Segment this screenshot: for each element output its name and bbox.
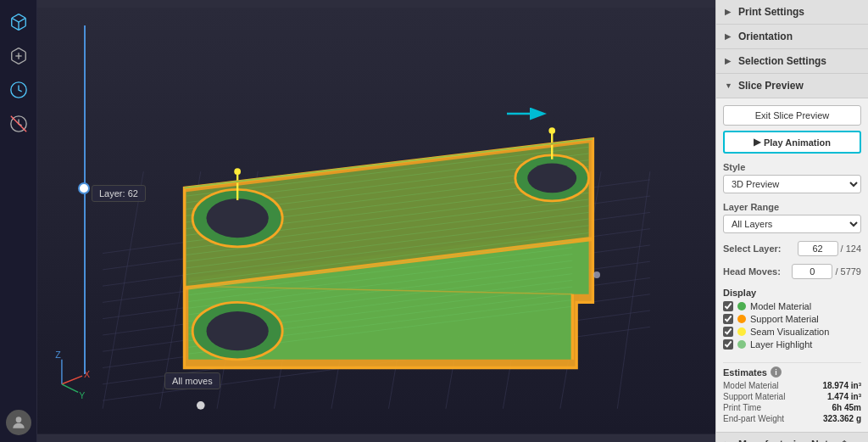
support-material-dot — [737, 315, 746, 323]
display-section: Display Model Material Support Material … — [723, 288, 861, 352]
play-arrow-indicator — [507, 104, 549, 124]
sidebar-bottom — [6, 410, 31, 442]
display-support-checkbox[interactable] — [723, 314, 733, 324]
selection-settings-chevron: ▶ — [725, 57, 733, 65]
model-material-label: Model Material — [750, 301, 811, 311]
svg-point-67 — [207, 199, 269, 238]
svg-point-6 — [15, 417, 21, 422]
layer-highlight-label: Layer Highlight — [750, 339, 812, 350]
svg-point-75 — [548, 127, 555, 134]
manufacturing-label: Manufacturing Notes * — [738, 439, 846, 442]
select-layer-input[interactable] — [798, 241, 838, 256]
manufacturing-header[interactable]: ▶ Manufacturing Notes * — [716, 433, 868, 442]
orientation-header[interactable]: ▶ Orientation — [716, 25, 868, 49]
sidebar-icon-add[interactable] — [3, 41, 34, 71]
estimate-support-key: Support Material — [723, 392, 785, 401]
estimate-print-time: Print Time 6h 45m — [723, 403, 861, 412]
user-avatar[interactable] — [6, 410, 31, 435]
slice-preview-section: ▼ Slice Preview Exit Slice Preview ▶ Pla… — [716, 74, 868, 432]
display-item-layer: Layer Highlight — [723, 339, 861, 350]
support-material-label: Support Material — [750, 314, 819, 324]
display-title: Display — [723, 288, 861, 298]
head-moves-label: Head Moves: — [723, 266, 781, 277]
select-layer-max: / 124 — [841, 243, 861, 254]
svg-point-69 — [527, 164, 576, 193]
estimate-weight: End-part Weight 323.362 g — [723, 414, 861, 423]
select-layer-label: Select Layer: — [723, 243, 781, 254]
display-item-support: Support Material — [723, 314, 861, 324]
viewport[interactable]: Z X Y Layer: 62 All moves — [37, 0, 715, 442]
sidebar-icon-time[interactable] — [3, 109, 34, 139]
layer-range-field-group: Layer Range All Layers Custom — [723, 202, 861, 233]
display-seam-checkbox[interactable] — [723, 327, 733, 337]
print-settings-header[interactable]: ▶ Print Settings — [716, 0, 868, 25]
head-moves-input[interactable] — [792, 264, 832, 279]
estimate-support-val: 1.474 in³ — [827, 392, 861, 401]
style-field-group: Style 3D Preview 2D Preview Solid — [723, 162, 861, 193]
svg-text:Z: Z — [55, 350, 61, 360]
slice-preview-header[interactable]: ▼ Slice Preview — [716, 74, 868, 98]
all-moves-label: All moves — [164, 372, 220, 389]
layer-slider-line — [84, 25, 86, 374]
estimate-model-val: 18.974 in³ — [822, 381, 861, 390]
estimates-title: Estimates i — [723, 366, 861, 378]
slice-preview-content: Exit Slice Preview ▶ Play Animation Styl… — [716, 98, 868, 432]
estimate-weight-key: End-part Weight — [723, 414, 784, 423]
layer-range-label: Layer Range — [723, 202, 861, 212]
svg-point-84 — [197, 401, 205, 410]
head-moves-max: / 5779 — [835, 266, 861, 277]
sidebar-icon-clock[interactable] — [3, 75, 34, 105]
estimates-section: Estimates i Model Material 18.974 in³ Su… — [723, 362, 861, 425]
seam-viz-dot — [737, 327, 746, 336]
layer-indicator: Layer: 62 — [92, 185, 146, 202]
model-material-dot — [737, 302, 746, 311]
svg-point-71 — [207, 311, 269, 350]
right-panel: ▶ Print Settings ▶ Orientation ▶ Selecti… — [715, 0, 868, 442]
svg-point-73 — [234, 168, 241, 175]
selection-settings-header[interactable]: ▶ Selection Settings — [716, 49, 868, 74]
orientation-chevron: ▶ — [725, 32, 733, 41]
display-item-seam: Seam Visualization — [723, 327, 861, 337]
estimate-time-val: 6h 45m — [832, 403, 861, 412]
sidebar-icon-cube[interactable] — [3, 7, 34, 37]
cursor — [593, 271, 600, 278]
layer-range-select[interactable]: All Layers Custom — [723, 215, 861, 233]
estimates-info-icon[interactable]: i — [771, 366, 782, 378]
estimate-model-key: Model Material — [723, 381, 779, 390]
left-sidebar — [0, 0, 37, 442]
manufacturing-section: ▶ Manufacturing Notes * — [716, 432, 868, 442]
print-settings-chevron: ▶ — [725, 8, 733, 16]
select-layer-row: Select Layer: / 124 — [723, 241, 861, 256]
estimate-support-material: Support Material 1.474 in³ — [723, 392, 861, 401]
estimate-weight-val: 323.362 g — [823, 414, 861, 423]
display-layer-checkbox[interactable] — [723, 339, 733, 350]
style-select[interactable]: 3D Preview 2D Preview Solid — [723, 175, 861, 193]
exit-slice-preview-button[interactable]: Exit Slice Preview — [723, 105, 861, 126]
seam-viz-label: Seam Visualization — [750, 327, 829, 337]
head-moves-row: Head Moves: / 5779 — [723, 264, 861, 279]
estimate-time-key: Print Time — [723, 403, 761, 412]
estimate-model-material: Model Material 18.974 in³ — [723, 381, 861, 390]
display-model-checkbox[interactable] — [723, 301, 733, 311]
display-item-model: Model Material — [723, 301, 861, 311]
layer-highlight-dot — [737, 340, 746, 349]
style-label: Style — [723, 162, 861, 172]
slice-preview-chevron: ▼ — [725, 81, 733, 90]
play-animation-button[interactable]: ▶ Play Animation — [723, 131, 861, 154]
layer-slider-handle[interactable] — [78, 182, 90, 194]
play-icon: ▶ — [754, 137, 760, 148]
svg-text:Y: Y — [79, 390, 85, 400]
